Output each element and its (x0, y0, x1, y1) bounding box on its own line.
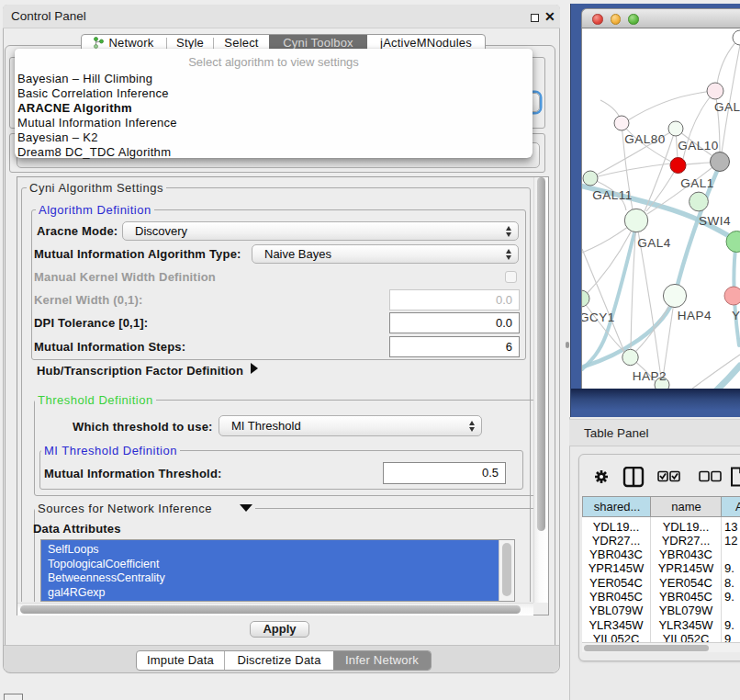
svg-text:GCY1: GCY1 (582, 310, 615, 324)
svg-text:GAL80: GAL80 (624, 132, 666, 146)
svg-text:GAL2: GAL2 (714, 100, 740, 114)
svg-text:GAL1: GAL1 (680, 176, 714, 190)
svg-text:GAL11: GAL11 (592, 188, 633, 202)
svg-text:GAL10: GAL10 (678, 139, 719, 152)
svg-text:HAP2: HAP2 (633, 369, 667, 383)
svg-text:YJL: YJL (732, 309, 740, 322)
svg-text:GAL4: GAL4 (637, 236, 671, 250)
svg-text:SWI4: SWI4 (699, 214, 731, 228)
svg-text:HAP4: HAP4 (678, 309, 712, 322)
